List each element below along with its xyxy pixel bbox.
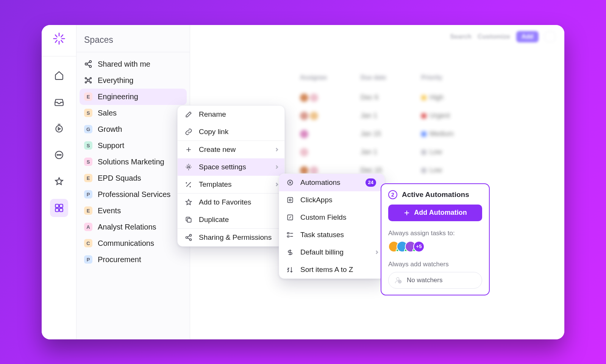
svg-point-28 <box>186 236 188 238</box>
add-person-icon <box>394 276 402 284</box>
sidebar-space[interactable]: PProcurement <box>80 252 187 268</box>
menu-create-new[interactable]: Create new <box>178 141 284 158</box>
sidebar-space[interactable]: PProfessional Services <box>80 186 187 203</box>
space-name: Solutions Marketing <box>98 158 164 166</box>
svg-rect-16 <box>59 208 63 212</box>
sidebar-shared-label: Shared with me <box>98 60 150 69</box>
menu-copy-link[interactable]: Copy link <box>178 123 284 141</box>
svg-line-7 <box>55 35 57 37</box>
svg-line-1 <box>61 35 63 37</box>
menu-clickapps[interactable]: ClickApps <box>279 191 384 209</box>
svg-rect-35 <box>287 236 289 237</box>
sidebar-shared[interactable]: Shared with me <box>80 56 187 72</box>
space-name: Professional Services <box>98 190 170 199</box>
menu-default-billing[interactable]: Default billing <box>279 244 384 261</box>
rail-more-icon[interactable] <box>50 146 68 164</box>
app-window: Spaces Shared with me Everything E Engin… <box>42 25 564 339</box>
menu-custom-fields[interactable]: Custom Fields <box>279 209 384 226</box>
sidebar-space[interactable]: AAnalyst Relations <box>80 219 187 235</box>
space-letter: E <box>84 174 92 182</box>
svg-point-8 <box>56 125 62 132</box>
sidebar-space[interactable]: GGrowth <box>80 121 187 137</box>
svg-rect-14 <box>59 204 63 208</box>
svg-rect-34 <box>287 233 289 234</box>
watchers-input[interactable]: No watchers <box>388 272 482 289</box>
space-letter: E <box>84 206 92 215</box>
chevron-right-icon <box>375 248 379 256</box>
menu-templates[interactable]: Templates <box>178 176 284 193</box>
sidebar-space[interactable]: CCommunications <box>80 235 187 252</box>
rail-inbox-icon[interactable] <box>50 93 68 111</box>
sidebar-title: Spaces <box>77 25 190 52</box>
automation-icon <box>286 178 294 187</box>
space-name: Growth <box>98 125 122 134</box>
rail-timer-icon[interactable] <box>50 119 68 137</box>
sidebar-space[interactable]: SSales <box>80 105 187 121</box>
svg-rect-15 <box>55 208 59 212</box>
space-name: Analyst Relations <box>98 223 156 231</box>
menu-add-favorites[interactable]: Add to Favorites <box>178 194 284 211</box>
plus-icon <box>403 209 410 216</box>
space-context-menu: Rename Copy link Create new Space settin… <box>177 105 285 247</box>
sidebar-space[interactable]: SSupport <box>80 137 187 154</box>
svg-point-17 <box>89 61 92 63</box>
space-letter: S <box>84 141 92 150</box>
status-icon <box>286 231 294 239</box>
rail-spaces-icon[interactable] <box>50 199 68 217</box>
topbar-more[interactable] <box>545 31 555 42</box>
share-icon <box>184 233 193 242</box>
space-name: EPD Squads <box>98 174 141 183</box>
logo-icon <box>52 32 66 45</box>
space-letter: C <box>84 239 92 247</box>
dollar-icon <box>286 248 294 256</box>
assignee-avatars[interactable]: +5 <box>388 241 482 252</box>
sidebar-space[interactable]: EEvents <box>80 203 187 219</box>
topbar-customize[interactable]: Customize <box>478 33 510 41</box>
sort-az-icon <box>286 266 294 274</box>
star-icon <box>184 198 193 206</box>
space-name: Events <box>98 206 121 215</box>
panel-title-text: Active Automations <box>402 191 469 199</box>
add-automation-button[interactable]: Add Automation <box>388 205 482 221</box>
sidebar-space[interactable]: EEPD Squads <box>80 170 187 186</box>
share-icon <box>84 60 92 68</box>
apps-icon <box>286 196 294 204</box>
rail-home-icon[interactable] <box>50 66 68 84</box>
svg-point-21 <box>85 78 87 79</box>
space-name: Procurement <box>98 255 141 264</box>
space-name: Engineering <box>98 92 138 101</box>
space-letter: E <box>84 92 92 101</box>
menu-task-statuses[interactable]: Task statuses <box>279 226 384 244</box>
space-name: Communications <box>98 239 154 248</box>
space-letter: S <box>84 158 92 166</box>
rail-star-icon[interactable] <box>50 172 68 191</box>
menu-sharing[interactable]: Sharing & Permissions <box>178 229 284 246</box>
svg-point-11 <box>58 154 59 155</box>
menu-space-settings[interactable]: Space settings <box>178 158 284 176</box>
menu-duplicate[interactable]: Duplicate <box>178 211 284 228</box>
svg-point-12 <box>60 154 61 155</box>
svg-point-10 <box>57 154 58 155</box>
sidebar-space[interactable]: E Engineering <box>80 89 187 105</box>
topbar-add-button[interactable]: Add <box>516 31 539 42</box>
plus-icon <box>184 145 193 154</box>
menu-rename[interactable]: Rename <box>178 106 284 123</box>
space-letter: A <box>84 223 92 231</box>
sidebar-everything[interactable]: Everything <box>80 72 187 89</box>
menu-automations[interactable]: Automations24 <box>279 174 384 191</box>
avatar-overflow[interactable]: +5 <box>413 241 425 252</box>
space-letter: P <box>84 190 92 198</box>
topbar-search[interactable]: Search <box>450 33 472 41</box>
svg-point-27 <box>190 234 192 236</box>
sidebar-space[interactable]: SSolutions Marketing <box>80 154 187 170</box>
svg-point-22 <box>90 78 92 79</box>
sidebar-everything-label: Everything <box>98 76 134 85</box>
assign-label: Always assign tasks to: <box>388 230 482 237</box>
automations-panel: 2 Active Automations Add Automation Alwa… <box>381 183 490 295</box>
copy-icon <box>184 216 193 224</box>
gear-icon <box>184 163 193 171</box>
svg-point-19 <box>89 66 92 68</box>
space-name: Support <box>98 141 124 150</box>
active-count-badge: 2 <box>388 190 397 199</box>
menu-sort-az[interactable]: Sort items A to Z <box>279 261 384 278</box>
